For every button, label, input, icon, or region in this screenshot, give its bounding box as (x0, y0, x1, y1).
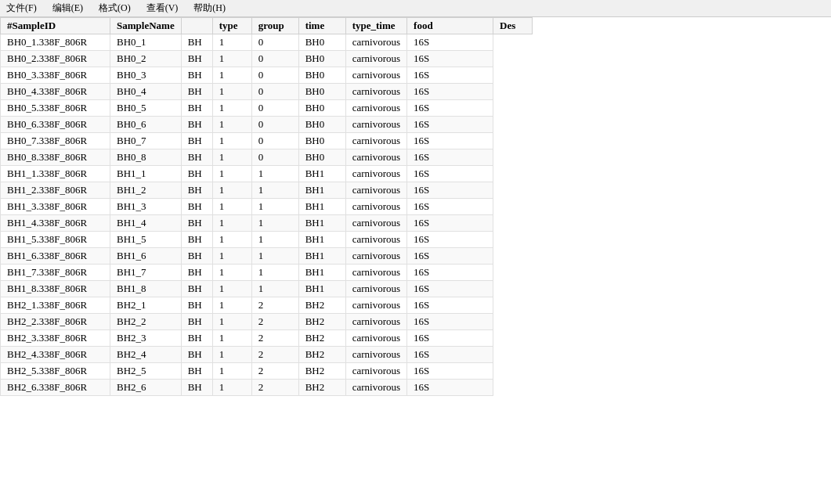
table-cell: BH1 (298, 232, 345, 248)
table-cell: 16S (407, 297, 493, 314)
table-row: BH1_4.338F_806RBH1_4BH11BH1carnivorous16… (1, 215, 533, 232)
col-header-sampleid: #SampleID (1, 18, 110, 34)
table-cell: BH0_3 (110, 67, 182, 84)
table-row: BH2_5.338F_806RBH2_5BH12BH2carnivorous16… (1, 363, 533, 380)
table-cell: BH0 (298, 67, 345, 84)
table-cell: BH2_3 (110, 330, 182, 347)
table-cell: 16S (407, 199, 493, 215)
table-cell: 1 (251, 215, 298, 232)
table-cell: BH (181, 314, 212, 330)
table-cell: BH2_4.338F_806R (1, 347, 110, 363)
table-cell: BH1_6 (110, 248, 182, 265)
table-cell: 1 (212, 67, 251, 84)
table-cell: 2 (251, 297, 298, 314)
table-cell: carnivorous (345, 51, 406, 67)
table-cell: BH2_5 (110, 363, 182, 380)
table-cell: 16S (407, 51, 493, 67)
table-cell: BH2 (298, 314, 345, 330)
table-cell: 16S (407, 67, 493, 84)
table-body: BH0_1.338F_806RBH0_1BH10BH0carnivorous16… (1, 34, 533, 396)
table-row: BH2_6.338F_806RBH2_6BH12BH2carnivorous16… (1, 380, 533, 396)
menu-format[interactable]: 格式(O) (96, 0, 134, 16)
menu-view[interactable]: 查看(V) (143, 0, 182, 16)
table-cell: 1 (251, 281, 298, 297)
table-cell: 1 (212, 347, 251, 363)
table-cell: carnivorous (345, 117, 406, 133)
table-cell: BH (181, 34, 212, 51)
table-cell: 1 (212, 297, 251, 314)
table-cell: 16S (407, 182, 493, 199)
table-cell: 16S (407, 117, 493, 133)
table-cell: 1 (212, 199, 251, 215)
table-cell: 1 (212, 281, 251, 297)
table-cell: 1 (212, 380, 251, 396)
table-cell: 1 (251, 248, 298, 265)
table-row: BH1_3.338F_806RBH1_3BH11BH1carnivorous16… (1, 199, 533, 215)
table-cell: BH0_7 (110, 133, 182, 149)
menu-help[interactable]: 帮助(H) (190, 0, 229, 16)
table-cell: BH0 (298, 117, 345, 133)
table-cell: 16S (407, 232, 493, 248)
table-cell: BH1 (298, 166, 345, 182)
table-cell: BH1_8 (110, 281, 182, 297)
table-cell: BH (181, 67, 212, 84)
table-cell: BH0_1.338F_806R (1, 34, 110, 51)
table-row: BH2_3.338F_806RBH2_3BH12BH2carnivorous16… (1, 330, 533, 347)
table-cell: BH (181, 265, 212, 281)
table-cell: carnivorous (345, 166, 406, 182)
table-cell: BH (181, 347, 212, 363)
table-cell: BH (181, 84, 212, 100)
table-cell: carnivorous (345, 380, 406, 396)
table-container[interactable]: #SampleID SampleName type group time typ… (0, 17, 831, 504)
table-row: BH1_2.338F_806RBH1_2BH11BH1carnivorous16… (1, 182, 533, 199)
table-cell: 16S (407, 84, 493, 100)
table-cell: 1 (251, 265, 298, 281)
table-cell: 2 (251, 330, 298, 347)
col-header-type: type (212, 18, 251, 34)
table-cell: BH0 (298, 133, 345, 149)
table-cell: BH (181, 199, 212, 215)
table-cell: BH1 (298, 182, 345, 199)
menu-edit[interactable]: 编辑(E) (49, 0, 86, 16)
table-cell: BH1_7.338F_806R (1, 265, 110, 281)
table-cell: 2 (251, 380, 298, 396)
table-cell: carnivorous (345, 248, 406, 265)
table-cell: BH1_5.338F_806R (1, 232, 110, 248)
table-cell: BH1_3 (110, 199, 182, 215)
table-cell: BH0_7.338F_806R (1, 133, 110, 149)
table-cell: 1 (212, 182, 251, 199)
table-cell: BH (181, 281, 212, 297)
table-cell: BH2_4 (110, 347, 182, 363)
col-header-group: group (251, 18, 298, 34)
table-cell: 16S (407, 248, 493, 265)
table-cell: 1 (251, 182, 298, 199)
table-cell: BH0_4 (110, 84, 182, 100)
table-cell: BH1_2 (110, 182, 182, 199)
table-cell: 16S (407, 347, 493, 363)
data-table: #SampleID SampleName type group time typ… (0, 17, 533, 396)
table-cell: carnivorous (345, 314, 406, 330)
table-cell: BH2_6 (110, 380, 182, 396)
table-cell: BH0_5 (110, 100, 182, 117)
table-row: BH0_1.338F_806RBH0_1BH10BH0carnivorous16… (1, 34, 533, 51)
table-cell: BH (181, 51, 212, 67)
table-cell: 0 (251, 34, 298, 51)
table-cell: BH (181, 248, 212, 265)
table-cell: carnivorous (345, 84, 406, 100)
table-cell: BH (181, 363, 212, 380)
menu-file[interactable]: 文件(F) (3, 0, 40, 16)
table-cell: 1 (251, 199, 298, 215)
table-cell: BH0_1 (110, 34, 182, 51)
table-cell: BH0_6 (110, 117, 182, 133)
table-cell: carnivorous (345, 67, 406, 84)
table-row: BH2_2.338F_806RBH2_2BH12BH2carnivorous16… (1, 314, 533, 330)
table-cell: BH2_2 (110, 314, 182, 330)
col-header-des: Des (493, 18, 533, 34)
table-cell: BH0 (298, 51, 345, 67)
table-cell: carnivorous (345, 363, 406, 380)
table-cell: BH (181, 380, 212, 396)
table-cell: BH0 (298, 34, 345, 51)
table-cell: BH1_3.338F_806R (1, 199, 110, 215)
table-cell: 1 (212, 248, 251, 265)
table-row: BH0_6.338F_806RBH0_6BH10BH0carnivorous16… (1, 117, 533, 133)
